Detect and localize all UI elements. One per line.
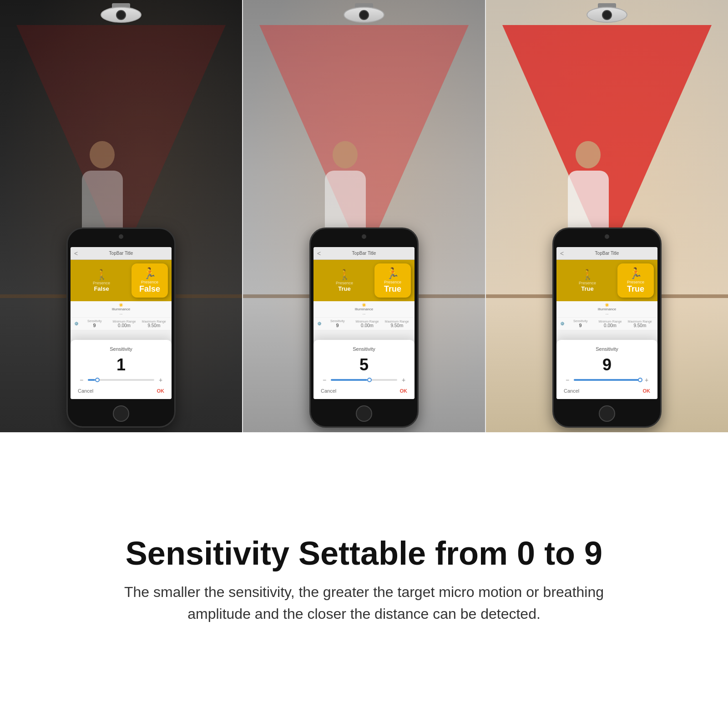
- panel-1-presence-left: 🚶 Presence False: [74, 269, 129, 292]
- panel-2-dialog: Sensitivity 5 − + Can: [313, 340, 415, 399]
- luminance-icon-2: ☀️: [362, 303, 366, 307]
- panel-1-slider-row: − +: [78, 376, 164, 384]
- panel-2-plus-icon[interactable]: +: [400, 376, 407, 384]
- panel-3-cancel-btn[interactable]: Cancel: [564, 388, 579, 394]
- panel-3-dialog-title: Sensitivity: [564, 346, 650, 352]
- panel-3-badge: 🏃 Presence True: [617, 263, 654, 298]
- panel-3-maxrange: Maximum Range 9.50m: [626, 320, 654, 328]
- panel-2-slider-fill: [331, 379, 367, 381]
- panel-1-sensitivity-small: 9: [93, 323, 96, 328]
- panel-3-stats: ☀️ Illuminance ...: [556, 301, 657, 318]
- panel-3-dialog-buttons: Cancel OK: [564, 388, 650, 394]
- panel-1-dialog-value: 1: [78, 355, 164, 374]
- panel-2-sensitivity-small: 9: [336, 323, 339, 328]
- panel-2-presence-icon: 🚶: [339, 269, 351, 281]
- panel-1-cancel-btn[interactable]: Cancel: [78, 388, 93, 394]
- panel-1-ok-btn[interactable]: OK: [157, 388, 165, 394]
- phone-camera: [119, 234, 123, 239]
- panel-3-home-button[interactable]: [599, 405, 615, 422]
- panel-2-device: [344, 7, 384, 23]
- panel-3-slider-row: − +: [564, 376, 650, 384]
- panel-1-minrange: Minimum Range 0.00m: [110, 320, 138, 328]
- luminance-icon: ☀️: [119, 303, 123, 307]
- panel-1-home-button[interactable]: [113, 405, 129, 422]
- panel-2-cancel-btn[interactable]: Cancel: [321, 388, 336, 394]
- panel-3-dialog: Sensitivity 9 − + Can: [556, 340, 657, 399]
- panel-1-dialog: Sensitivity 1 − + Can: [71, 340, 172, 399]
- panel-2-luminance: ☀️ Illuminance ...: [317, 303, 411, 315]
- panel-3-slider-fill: [574, 379, 640, 381]
- panel-3-presence-left: 🚶 Presence True: [560, 269, 615, 292]
- panel-2-minus-icon[interactable]: −: [321, 376, 328, 384]
- phone-camera-2: [362, 234, 366, 239]
- panel-2-slider-track[interactable]: [331, 379, 397, 381]
- panel-1-presence-icon: 🚶: [96, 269, 108, 281]
- panel-2-dialog-title: Sensitivity: [321, 346, 407, 352]
- panel-1-topbar-title: TopBar Title: [109, 251, 133, 256]
- panel-2-home-button[interactable]: [356, 405, 372, 422]
- device-lens-2: [359, 10, 369, 20]
- panel-2-topbar-title: TopBar Title: [352, 251, 376, 256]
- divider-1: [242, 0, 243, 432]
- panel-2-slider-row: − +: [321, 376, 407, 384]
- panel-1-dialog-buttons: Cancel OK: [78, 388, 164, 394]
- subtext: The smaller the sensitivity, the greater…: [91, 581, 637, 625]
- phone-camera-3: [605, 234, 609, 239]
- panel-3-presence-area: 🚶 Presence True 🏃 Presence True: [556, 260, 657, 301]
- panel-2-sensitivity-group: Sensitivity 9: [324, 319, 351, 328]
- panel-1-luminance: ☀️ Illuminance ...: [74, 303, 168, 315]
- person-head-2: [333, 141, 358, 168]
- device-lens-3: [602, 10, 612, 20]
- divider-2: [485, 0, 486, 432]
- panel-3: < TopBar Title 🚶 Presence True 🏃: [486, 0, 728, 432]
- panel-2-phone-container: < TopBar Title 🚶 Presence True 🏃: [309, 228, 419, 428]
- panel-2-dialog-value: 5: [321, 355, 407, 374]
- panel-3-sensitivity-label: Sensitivity: [573, 319, 588, 323]
- headline: Sensitivity Settable from 0 to 9: [126, 536, 602, 571]
- panel-2-badge-label: Presence: [384, 280, 401, 284]
- panel-1-minus-icon[interactable]: −: [78, 376, 85, 384]
- panel-1-minrange-val: 0.00m: [118, 323, 131, 328]
- panel-3-minus-icon[interactable]: −: [564, 376, 571, 384]
- panel-1-plus-icon[interactable]: +: [157, 376, 164, 384]
- bottom-section: Sensitivity Settable from 0 to 9 The sma…: [0, 432, 728, 728]
- panel-1-lum-val: ...: [120, 311, 123, 315]
- panel-3-phone-container: < TopBar Title 🚶 Presence True 🏃: [552, 228, 662, 428]
- back-arrow-icon-2: <: [317, 250, 321, 257]
- panel-2-topbar: < TopBar Title: [313, 247, 415, 260]
- panel-1-minrange-label: Minimum Range: [113, 320, 136, 323]
- panel-2-presence-area: 🚶 Presence True 🏃 Presence True: [313, 260, 415, 301]
- panel-2-dialog-buttons: Cancel OK: [321, 388, 407, 394]
- panel-3-minrange-val: 0.00m: [604, 323, 617, 328]
- panel-2-sensitivity-label: Sensitivity: [330, 319, 345, 323]
- panel-2-badge-value: True: [384, 284, 401, 294]
- panel-2-phone: < TopBar Title 🚶 Presence True 🏃: [309, 228, 419, 428]
- panel-1-badge: 🏃 Presence False: [131, 263, 168, 298]
- panel-1-badge-label: Presence: [141, 280, 158, 284]
- luminance-icon-3: ☀️: [605, 303, 609, 307]
- panel-3-presence-icon: 🚶: [581, 269, 594, 281]
- panel-1-sensitivity-label: Sensitivity: [87, 319, 102, 323]
- panel-2-minrange: Minimum Range 0.00m: [353, 320, 381, 328]
- panel-2-slider-thumb: [367, 378, 372, 382]
- panel-3-ok-btn[interactable]: OK: [643, 388, 651, 394]
- panel-2-maxrange: Maximum Range 9.50m: [383, 320, 411, 328]
- panel-2-minrange-val: 0.00m: [361, 323, 374, 328]
- panel-1-presence-label: Presence: [93, 281, 110, 285]
- panel-3-lum-val: ...: [606, 311, 609, 315]
- panel-3-settings: ⚙️ Sensitivity 9 Minimum Range 0.00m Max…: [556, 318, 657, 330]
- panel-3-slider-track[interactable]: [574, 379, 640, 381]
- panel-2-presence-label: Presence: [336, 281, 353, 285]
- panel-3-device: [586, 7, 627, 23]
- panel-3-dialog-value: 9: [564, 355, 650, 374]
- panel-3-screen: < TopBar Title 🚶 Presence True 🏃: [556, 247, 657, 399]
- panel-3-lum-label: Illuminance: [598, 307, 616, 311]
- back-arrow-icon-3: <: [560, 250, 564, 257]
- panel-1-settings: ⚙️ Sensitivity 9 Minimum Range 0.00m Max…: [71, 318, 172, 330]
- panel-2-ok-btn[interactable]: OK: [400, 388, 408, 394]
- panel-1-slider-track[interactable]: [88, 379, 154, 381]
- panel-3-badge-label: Presence: [627, 280, 644, 284]
- panel-3-plus-icon[interactable]: +: [643, 376, 650, 384]
- panel-3-badge-value: True: [627, 284, 644, 294]
- panel-3-sensitivity-group: Sensitivity 9: [566, 319, 594, 328]
